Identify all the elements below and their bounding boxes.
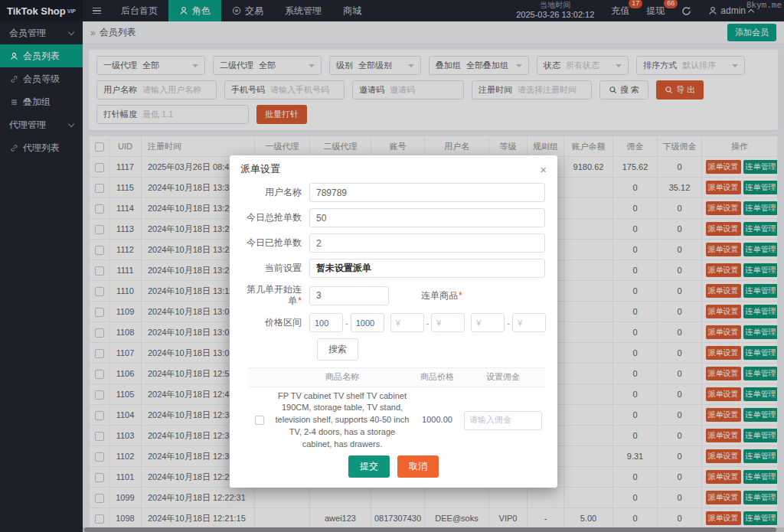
product-column-header: 商品价格 — [413, 368, 461, 387]
price-input-1[interactable]: 100 — [309, 313, 343, 332]
product-price: 1000.00 — [413, 387, 461, 449]
username-field[interactable]: 789789 — [309, 183, 545, 202]
product-checkbox-cell — [248, 387, 271, 449]
product-commission-cell: 请输入佣金 — [461, 387, 545, 449]
close-icon[interactable]: × — [540, 164, 547, 175]
price-input-6[interactable]: ¥ — [512, 313, 546, 332]
commission-input[interactable]: 请输入佣金 — [464, 411, 542, 430]
modal-field-label: 用户名称 — [242, 187, 309, 198]
product-table-header: 商品名称商品价格设置佣金 — [248, 368, 545, 387]
price-range-row: 价格区间 100-1000¥-¥¥-¥ — [242, 313, 545, 332]
product-column-header: 商品名称 — [271, 368, 413, 387]
start-order-label: 第几单开始连单* — [242, 284, 309, 307]
submit-button[interactable]: 提交 — [348, 455, 390, 478]
dispatch-settings-modal: 派单设置 × 用户名称789789今日总抢单数50今日已抢单数2当前设置暂未设置… — [230, 155, 557, 488]
required-mark: * — [298, 295, 302, 306]
today-total-orders-field[interactable]: 50 — [309, 208, 545, 227]
modal-fields: 用户名称789789今日总抢单数50今日已抢单数2当前设置暂未设置派单 — [242, 183, 545, 278]
today-grabbed-orders-field[interactable]: 2 — [309, 233, 545, 253]
modal-field-label: 今日已抢单数 — [242, 237, 309, 249]
price-separator: - — [426, 318, 430, 328]
price-separator: - — [507, 318, 510, 328]
modal-field-row: 用户名称789789 — [242, 183, 545, 202]
required-mark: * — [459, 290, 462, 301]
modal-footer: 提交 取消 — [230, 449, 557, 488]
product-header-checkbox — [248, 368, 271, 387]
product-name: FP TV cabinet TV shelf TV cabinet 190CM,… — [271, 387, 413, 449]
product-column-header: 设置佣金 — [461, 368, 545, 387]
product-checkbox[interactable] — [255, 416, 264, 425]
product-table-wrap: 商品名称商品价格设置佣金 FP TV cabinet TV shelf TV c… — [248, 367, 545, 449]
modal-title: 派单设置 — [240, 162, 280, 176]
product-table-body: FP TV cabinet TV shelf TV cabinet 190CM,… — [248, 387, 545, 449]
modal-header: 派单设置 × — [230, 155, 557, 181]
product-table: 商品名称商品价格设置佣金 FP TV cabinet TV shelf TV c… — [248, 368, 545, 449]
start-order-input[interactable]: 3 — [309, 286, 389, 305]
modal-field-row: 今日已抢单数2 — [242, 233, 545, 253]
combo-goods-label: 连单商品* — [421, 289, 462, 302]
price-range-label: 价格区间 — [242, 317, 309, 328]
current-setting-field[interactable]: 暂未设置派单 — [309, 259, 545, 278]
modal-field-row: 当前设置暂未设置派单 — [242, 259, 545, 278]
modal-search-button[interactable]: 搜索 — [317, 338, 358, 361]
modal-body: 用户名称789789今日总抢单数50今日已抢单数2当前设置暂未设置派单 第几单开… — [230, 181, 557, 449]
start-order-row: 第几单开始连单* 3 连单商品* — [242, 284, 545, 307]
modal-field-row: 今日总抢单数50 — [242, 208, 545, 227]
price-input-4[interactable]: ¥ — [431, 313, 465, 332]
price-input-3[interactable]: ¥ — [390, 313, 424, 332]
price-input-5[interactable]: ¥ — [471, 313, 505, 332]
cancel-button[interactable]: 取消 — [397, 455, 439, 478]
product-row: FP TV cabinet TV shelf TV cabinet 190CM,… — [248, 387, 545, 449]
price-separator: - — [345, 318, 348, 328]
modal-field-label: 当前设置 — [242, 263, 309, 274]
modal-field-label: 今日总抢单数 — [242, 212, 309, 224]
price-input-2[interactable]: 1000 — [351, 313, 384, 332]
